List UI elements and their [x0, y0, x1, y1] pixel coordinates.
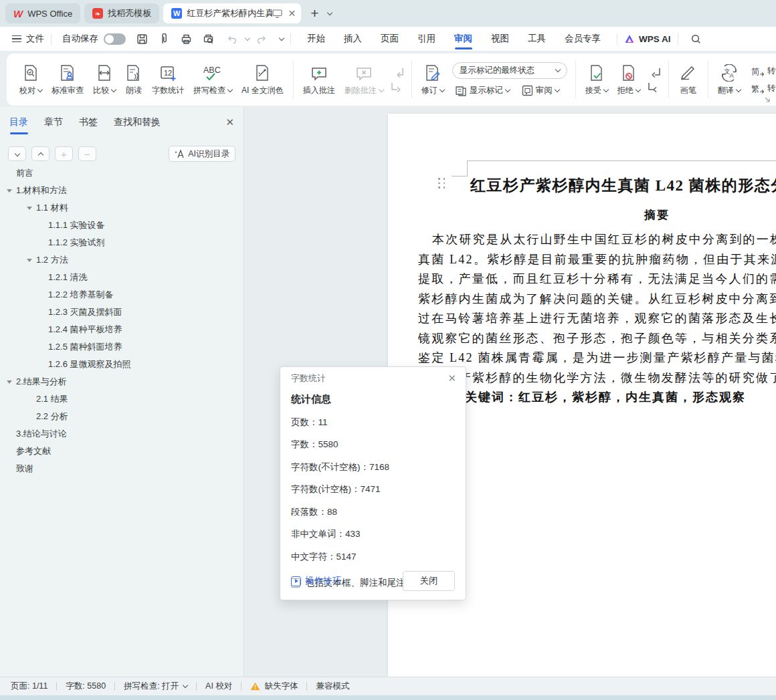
track-changes-button[interactable]: 修订 [417, 58, 449, 101]
status-ai-proofread[interactable]: AI 校对 [205, 681, 232, 692]
close-button[interactable]: 关闭 [403, 571, 455, 591]
dialog-titlebar[interactable]: 字数统计 ✕ [280, 367, 466, 389]
sidebar-tab-find-replace[interactable]: 查找和替换 [114, 116, 161, 134]
menu-item-page[interactable]: 页面 [371, 27, 408, 51]
tab-docer-templates[interactable]: ❧ 找稻壳模板 [84, 3, 159, 23]
export-pdf-icon[interactable] [159, 33, 170, 45]
menu-item-reference[interactable]: 引用 [408, 27, 445, 51]
ai-recognize-toc-button[interactable]: AI识别目录 [169, 146, 235, 162]
menu-item-view[interactable]: 视图 [482, 27, 518, 51]
menu-item-tools[interactable]: 工具 [518, 27, 555, 51]
print-icon[interactable] [181, 33, 192, 45]
toc-item[interactable]: 致谢 [0, 460, 244, 477]
outline-collapse-button[interactable] [31, 146, 50, 161]
tab-document-active[interactable]: W 红豆杉产紫杉醇内生真菌L42菌 ✕ [163, 3, 301, 23]
window-bottom-edge [0, 695, 776, 700]
toc-item[interactable]: 1.1.2 实验试剂 [0, 234, 244, 251]
toc-item[interactable]: 1.2.2 培养基制备 [0, 286, 244, 304]
outline-zoom-out-button[interactable]: − [78, 146, 96, 161]
previous-change-icon[interactable] [648, 67, 661, 78]
print-preview-icon[interactable] [203, 33, 214, 45]
previous-comment-icon[interactable] [391, 67, 404, 78]
document-title: 红豆杉产紫杉醇内生真菌 L42 菌株的形态分类及 [470, 175, 776, 196]
paragraph-drag-handle-icon[interactable] [438, 178, 446, 189]
dialog-close-icon[interactable]: ✕ [448, 372, 456, 384]
delete-comment-button[interactable]: 删除批注 [340, 58, 388, 101]
sidebar-tab-chapters[interactable]: 章节 [44, 116, 63, 134]
insert-comment-button[interactable]: 插入批注 [298, 58, 340, 101]
toc-item[interactable]: 3.结论与讨论 [0, 425, 244, 443]
save-icon[interactable] [136, 33, 148, 45]
tips-link[interactable]: 操作技巧 [291, 575, 341, 587]
show-markup-button[interactable]: 显示标记 [452, 84, 512, 98]
sidebar-tab-contents[interactable]: 目录 [9, 116, 28, 134]
menu-item-home[interactable]: 开始 [298, 27, 334, 51]
status-compat-mode[interactable]: 兼容模式 [316, 681, 349, 692]
menu-item-insert[interactable]: 插入 [334, 27, 371, 51]
body-line: 镜观察它的菌丝形态、孢子形态，孢子颜色等，与相关分类系统进 [418, 329, 776, 349]
screen-cast-icon[interactable] [272, 9, 282, 18]
ink-pen-button[interactable]: 画笔 [674, 58, 703, 101]
new-tab-icon[interactable]: + [310, 5, 318, 21]
toc-item[interactable]: 2.1 结果 [0, 390, 244, 408]
outline-expand-button[interactable] [8, 146, 26, 161]
translate-button[interactable]: 文 A 翻译 [713, 58, 745, 101]
toc-item[interactable]: 1.1 材料 [0, 199, 244, 217]
to-simplified-button[interactable]: 繁 转简 [748, 82, 776, 96]
word-count-button[interactable]: 12 字数统计 [147, 58, 189, 101]
toc-item[interactable]: 前言 [0, 164, 244, 182]
status-page-indicator[interactable]: 页面: 1/11 [11, 681, 47, 692]
toc-item[interactable]: 1.2.3 灭菌及摆斜面 [0, 304, 244, 321]
quickbar-chevron-icon[interactable] [279, 35, 284, 40]
status-spell-check[interactable]: 拼写检查: 打开 [124, 681, 179, 692]
wps-ai-button[interactable]: WPS AI [624, 34, 671, 44]
undo-chevron-icon[interactable] [245, 35, 250, 40]
toc-item[interactable]: 2.结果与分析 [0, 373, 244, 390]
toc-item[interactable]: 1.1.1 实验设备 [0, 217, 244, 234]
tab-wps-home[interactable]: W WPS Office [5, 3, 80, 23]
menu-item-membership[interactable]: 会员专享 [555, 27, 610, 51]
menu-item-review[interactable]: 审阅 [445, 27, 482, 51]
search-icon[interactable] [690, 33, 702, 45]
undo-icon[interactable] [226, 33, 237, 45]
hamburger-menu-icon[interactable] [12, 35, 21, 42]
toc-item[interactable]: 参考文献 [0, 443, 244, 460]
toc-item[interactable]: 1.2.4 菌种平板培养 [0, 321, 244, 338]
next-comment-icon[interactable] [391, 82, 404, 92]
tab-list-chevron-icon[interactable] [327, 9, 332, 15]
ai-polish-button[interactable]: AI 全文润色 [237, 58, 288, 101]
compare-button[interactable]: 比较 [88, 58, 120, 101]
status-word-count[interactable]: 字数: 5580 [66, 681, 106, 692]
accept-change-button[interactable]: 接受 [581, 58, 613, 101]
status-missing-font[interactable]: 缺失字体 [264, 681, 298, 692]
redo-icon[interactable] [256, 33, 268, 45]
simplified-to-traditional-icon: 简 [751, 66, 765, 77]
sidebar-tab-bookmarks[interactable]: 书签 [79, 116, 98, 134]
markup-state-select[interactable]: 显示标记的最终状态 [452, 62, 567, 79]
toc-item[interactable]: 1.材料和方法 [0, 182, 244, 199]
ribbon-expand-icon[interactable] [764, 96, 771, 103]
outline-zoom-in-button[interactable]: + [55, 146, 73, 161]
toc-item[interactable]: 2.2 分析 [0, 408, 244, 425]
spell-check-button[interactable]: ABC 拼写检查 [189, 58, 237, 101]
review-pane-icon [522, 85, 533, 96]
toc-item[interactable]: 1.2.1 清洗 [0, 269, 244, 286]
sidebar-close-icon[interactable]: ✕ [225, 116, 234, 134]
standard-review-button[interactable]: 标准审查 [47, 58, 88, 101]
proofread-button[interactable]: 校对 [15, 58, 47, 101]
spell-check-chevron-icon[interactable] [183, 683, 188, 688]
reject-change-button[interactable]: 拒绝 [613, 58, 645, 101]
translate-icon: 文 A [720, 64, 739, 82]
autosave-toggle[interactable] [104, 33, 126, 45]
stat-chars-no-space: 字符数(不计空格)：7168 [291, 461, 455, 473]
review-pane-button[interactable]: 审阅 [519, 84, 562, 98]
file-menu[interactable]: 文件 [26, 33, 44, 45]
tab-close-icon[interactable]: ✕ [288, 8, 296, 19]
to-traditional-button[interactable]: 简 转繁 [748, 64, 776, 78]
toc-item[interactable]: 1.2.5 菌种斜面培养 [0, 338, 244, 356]
next-change-icon[interactable] [648, 82, 661, 92]
read-aloud-button[interactable]: 朗读 [120, 58, 147, 101]
dialog-title: 字数统计 [291, 372, 326, 384]
toc-item[interactable]: 1.2.6 显微观察及拍照 [0, 356, 244, 373]
toc-item[interactable]: 1.2 方法 [0, 251, 244, 269]
